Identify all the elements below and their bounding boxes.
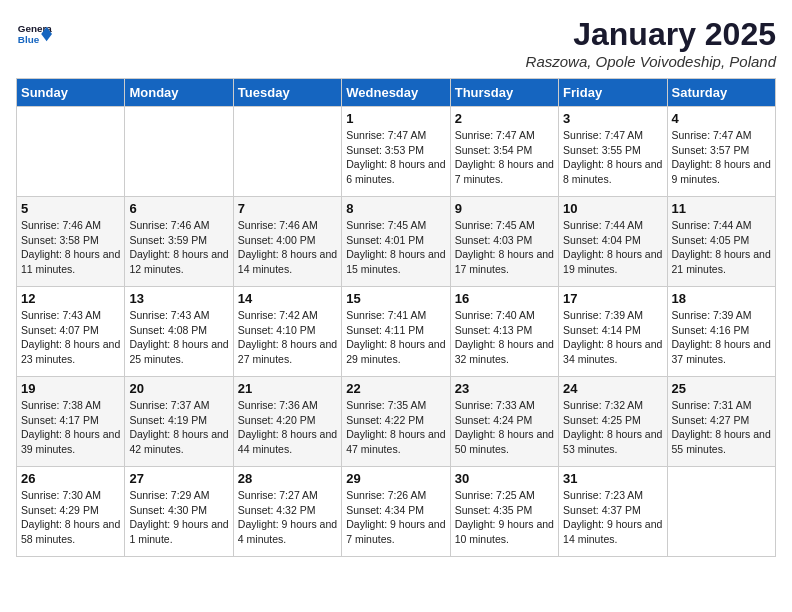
day-info: Sunrise: 7:25 AMSunset: 4:35 PMDaylight:… [455,488,554,547]
month-title: January 2025 [526,16,776,53]
day-info: Sunrise: 7:36 AMSunset: 4:20 PMDaylight:… [238,398,337,457]
day-info: Sunrise: 7:46 AMSunset: 4:00 PMDaylight:… [238,218,337,277]
calendar-day-24: 24Sunrise: 7:32 AMSunset: 4:25 PMDayligh… [559,377,667,467]
day-info: Sunrise: 7:32 AMSunset: 4:25 PMDaylight:… [563,398,662,457]
day-number: 25 [672,381,771,396]
calendar-day-31: 31Sunrise: 7:23 AMSunset: 4:37 PMDayligh… [559,467,667,557]
day-number: 19 [21,381,120,396]
calendar-week-row: 1Sunrise: 7:47 AMSunset: 3:53 PMDaylight… [17,107,776,197]
svg-text:Blue: Blue [18,34,40,45]
logo: General Blue [16,16,52,52]
calendar-day-28: 28Sunrise: 7:27 AMSunset: 4:32 PMDayligh… [233,467,341,557]
weekday-header-tuesday: Tuesday [233,79,341,107]
logo-icon: General Blue [16,16,52,52]
empty-cell [125,107,233,197]
day-info: Sunrise: 7:35 AMSunset: 4:22 PMDaylight:… [346,398,445,457]
day-number: 10 [563,201,662,216]
calendar-day-18: 18Sunrise: 7:39 AMSunset: 4:16 PMDayligh… [667,287,775,377]
day-number: 26 [21,471,120,486]
day-number: 12 [21,291,120,306]
day-number: 7 [238,201,337,216]
calendar-day-8: 8Sunrise: 7:45 AMSunset: 4:01 PMDaylight… [342,197,450,287]
weekday-header-sunday: Sunday [17,79,125,107]
day-info: Sunrise: 7:40 AMSunset: 4:13 PMDaylight:… [455,308,554,367]
empty-cell [667,467,775,557]
calendar-day-19: 19Sunrise: 7:38 AMSunset: 4:17 PMDayligh… [17,377,125,467]
title-block: January 2025 Raszowa, Opole Voivodeship,… [526,16,776,70]
day-number: 17 [563,291,662,306]
empty-cell [233,107,341,197]
day-info: Sunrise: 7:44 AMSunset: 4:05 PMDaylight:… [672,218,771,277]
day-number: 29 [346,471,445,486]
day-info: Sunrise: 7:38 AMSunset: 4:17 PMDaylight:… [21,398,120,457]
calendar-day-16: 16Sunrise: 7:40 AMSunset: 4:13 PMDayligh… [450,287,558,377]
day-number: 23 [455,381,554,396]
day-number: 2 [455,111,554,126]
calendar-day-3: 3Sunrise: 7:47 AMSunset: 3:55 PMDaylight… [559,107,667,197]
day-number: 27 [129,471,228,486]
calendar-day-13: 13Sunrise: 7:43 AMSunset: 4:08 PMDayligh… [125,287,233,377]
day-number: 9 [455,201,554,216]
day-number: 1 [346,111,445,126]
day-number: 3 [563,111,662,126]
day-info: Sunrise: 7:47 AMSunset: 3:54 PMDaylight:… [455,128,554,187]
day-info: Sunrise: 7:33 AMSunset: 4:24 PMDaylight:… [455,398,554,457]
day-number: 6 [129,201,228,216]
day-number: 13 [129,291,228,306]
day-number: 30 [455,471,554,486]
calendar-day-27: 27Sunrise: 7:29 AMSunset: 4:30 PMDayligh… [125,467,233,557]
day-number: 31 [563,471,662,486]
calendar-week-row: 5Sunrise: 7:46 AMSunset: 3:58 PMDaylight… [17,197,776,287]
day-info: Sunrise: 7:41 AMSunset: 4:11 PMDaylight:… [346,308,445,367]
weekday-header-saturday: Saturday [667,79,775,107]
day-info: Sunrise: 7:39 AMSunset: 4:16 PMDaylight:… [672,308,771,367]
day-info: Sunrise: 7:29 AMSunset: 4:30 PMDaylight:… [129,488,228,547]
weekday-header-monday: Monday [125,79,233,107]
calendar-week-row: 19Sunrise: 7:38 AMSunset: 4:17 PMDayligh… [17,377,776,467]
calendar-day-1: 1Sunrise: 7:47 AMSunset: 3:53 PMDaylight… [342,107,450,197]
calendar-day-25: 25Sunrise: 7:31 AMSunset: 4:27 PMDayligh… [667,377,775,467]
day-info: Sunrise: 7:26 AMSunset: 4:34 PMDaylight:… [346,488,445,547]
calendar-day-11: 11Sunrise: 7:44 AMSunset: 4:05 PMDayligh… [667,197,775,287]
day-number: 11 [672,201,771,216]
day-number: 4 [672,111,771,126]
weekday-header-row: SundayMondayTuesdayWednesdayThursdayFrid… [17,79,776,107]
day-info: Sunrise: 7:42 AMSunset: 4:10 PMDaylight:… [238,308,337,367]
day-number: 8 [346,201,445,216]
calendar-day-15: 15Sunrise: 7:41 AMSunset: 4:11 PMDayligh… [342,287,450,377]
day-number: 18 [672,291,771,306]
calendar-day-30: 30Sunrise: 7:25 AMSunset: 4:35 PMDayligh… [450,467,558,557]
weekday-header-thursday: Thursday [450,79,558,107]
page-header: General Blue January 2025 Raszowa, Opole… [16,16,776,70]
calendar-day-6: 6Sunrise: 7:46 AMSunset: 3:59 PMDaylight… [125,197,233,287]
calendar-day-26: 26Sunrise: 7:30 AMSunset: 4:29 PMDayligh… [17,467,125,557]
weekday-header-friday: Friday [559,79,667,107]
day-number: 24 [563,381,662,396]
calendar-day-17: 17Sunrise: 7:39 AMSunset: 4:14 PMDayligh… [559,287,667,377]
calendar-day-12: 12Sunrise: 7:43 AMSunset: 4:07 PMDayligh… [17,287,125,377]
calendar-day-9: 9Sunrise: 7:45 AMSunset: 4:03 PMDaylight… [450,197,558,287]
day-info: Sunrise: 7:47 AMSunset: 3:55 PMDaylight:… [563,128,662,187]
calendar-day-5: 5Sunrise: 7:46 AMSunset: 3:58 PMDaylight… [17,197,125,287]
day-info: Sunrise: 7:27 AMSunset: 4:32 PMDaylight:… [238,488,337,547]
weekday-header-wednesday: Wednesday [342,79,450,107]
day-number: 22 [346,381,445,396]
day-info: Sunrise: 7:46 AMSunset: 3:58 PMDaylight:… [21,218,120,277]
calendar-day-10: 10Sunrise: 7:44 AMSunset: 4:04 PMDayligh… [559,197,667,287]
day-number: 15 [346,291,445,306]
calendar-day-23: 23Sunrise: 7:33 AMSunset: 4:24 PMDayligh… [450,377,558,467]
day-info: Sunrise: 7:39 AMSunset: 4:14 PMDaylight:… [563,308,662,367]
calendar-day-21: 21Sunrise: 7:36 AMSunset: 4:20 PMDayligh… [233,377,341,467]
day-number: 16 [455,291,554,306]
calendar-week-row: 12Sunrise: 7:43 AMSunset: 4:07 PMDayligh… [17,287,776,377]
day-info: Sunrise: 7:45 AMSunset: 4:03 PMDaylight:… [455,218,554,277]
day-info: Sunrise: 7:30 AMSunset: 4:29 PMDaylight:… [21,488,120,547]
calendar-day-14: 14Sunrise: 7:42 AMSunset: 4:10 PMDayligh… [233,287,341,377]
day-info: Sunrise: 7:45 AMSunset: 4:01 PMDaylight:… [346,218,445,277]
day-info: Sunrise: 7:43 AMSunset: 4:08 PMDaylight:… [129,308,228,367]
location-title: Raszowa, Opole Voivodeship, Poland [526,53,776,70]
calendar-day-20: 20Sunrise: 7:37 AMSunset: 4:19 PMDayligh… [125,377,233,467]
calendar-day-4: 4Sunrise: 7:47 AMSunset: 3:57 PMDaylight… [667,107,775,197]
empty-cell [17,107,125,197]
day-info: Sunrise: 7:44 AMSunset: 4:04 PMDaylight:… [563,218,662,277]
